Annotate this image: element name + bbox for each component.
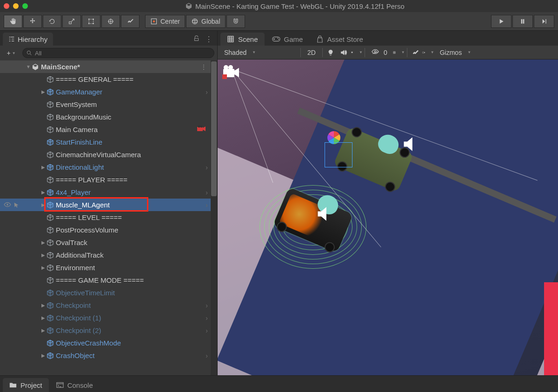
tab-asset-store[interactable]: Asset Store — [310, 33, 370, 46]
foldout-icon[interactable] — [40, 353, 46, 358]
step-button[interactable] — [534, 15, 554, 28]
tab-console[interactable]: Console — [50, 378, 100, 392]
gameobject-cube-icon — [46, 289, 54, 297]
hierarchy-item[interactable]: OvalTrack — [0, 236, 217, 249]
prefab-open-chevron-icon[interactable]: › — [206, 164, 208, 171]
hierarchy-item[interactable]: PostProcessVolume — [0, 224, 217, 236]
tab-game[interactable]: Game — [266, 33, 310, 46]
window-close-button[interactable] — [4, 3, 9, 9]
prefab-open-chevron-icon[interactable]: › — [206, 88, 208, 96]
tab-project[interactable]: Project — [3, 378, 49, 392]
pivot-mode-button[interactable]: Center — [145, 15, 185, 28]
audio-source-gizmo-icon — [315, 204, 329, 218]
panel-lock-icon[interactable] — [193, 35, 199, 43]
transform-tool-button[interactable] — [101, 15, 120, 28]
shading-mode-dropdown[interactable]: Shaded — [219, 47, 299, 58]
gameobject-cube-icon — [46, 76, 54, 83]
window-minimize-button[interactable] — [13, 3, 19, 9]
foldout-icon[interactable] — [40, 202, 46, 207]
scene-lighting-toggle[interactable] — [325, 47, 337, 58]
hierarchy-item[interactable]: CinemachineVirtualCamera — [0, 148, 217, 161]
panel-menu-icon[interactable]: ⋮ — [205, 35, 213, 44]
prefab-open-chevron-icon[interactable]: › — [206, 327, 208, 334]
svg-point-4 — [93, 23, 94, 24]
prefab-open-chevron-icon[interactable]: › — [206, 201, 208, 209]
hierarchy-item[interactable]: Checkpoint› — [0, 299, 217, 312]
hierarchy-item[interactable]: ===== GAME MODE ===== — [0, 274, 217, 286]
prefab-open-chevron-icon[interactable]: › — [206, 314, 208, 322]
picking-icon[interactable] — [13, 202, 20, 208]
hierarchy-item[interactable]: ===== GENERAL ===== — [0, 73, 217, 86]
hierarchy-item[interactable]: Main Camera — [0, 123, 217, 136]
hierarchy-item[interactable]: Muscle_MLAgent› — [0, 199, 217, 211]
prefab-open-chevron-icon[interactable]: › — [206, 189, 208, 196]
foldout-icon[interactable] — [40, 303, 46, 308]
hierarchy-item[interactable]: CrashObject› — [0, 349, 217, 362]
hierarchy-item[interactable]: Checkpoint (2)› — [0, 324, 217, 337]
custom-tool-button[interactable] — [121, 15, 140, 28]
foldout-icon[interactable] — [40, 165, 46, 170]
rect-tool-button[interactable] — [82, 15, 100, 28]
hierarchy-item[interactable]: ObjectiveCrashMode — [0, 337, 217, 349]
scene-visibility-toggle[interactable]: 0 — [367, 47, 392, 58]
hierarchy-scrollbar[interactable] — [211, 60, 217, 375]
hierarchy-item[interactable]: GameManager› — [0, 86, 217, 98]
foldout-icon[interactable] — [40, 252, 46, 258]
window-title-text: MainScene - Karting Game Test - WebGL - … — [195, 2, 405, 10]
hierarchy-search-input[interactable]: All — [22, 48, 214, 58]
hierarchy-item[interactable]: Environment — [0, 261, 217, 274]
hierarchy-item[interactable]: Checkpoint (1)› — [0, 312, 217, 324]
move-tool-button[interactable] — [23, 15, 42, 28]
foldout-icon[interactable] — [40, 315, 46, 320]
snap-button[interactable] — [226, 15, 245, 28]
2d-toggle-button[interactable]: 2D — [303, 47, 320, 58]
scene-root-row[interactable]: MainScene* ⋮ — [0, 60, 217, 73]
scene-context-menu-icon[interactable]: ⋮ — [200, 63, 208, 71]
hierarchy-item[interactable]: ===== LEVEL ===== — [0, 211, 217, 224]
foldout-icon[interactable] — [40, 240, 46, 245]
hierarchy-item[interactable]: 4x4_Player› — [0, 186, 217, 199]
row-visibility-icons[interactable] — [4, 202, 20, 208]
hierarchy-item[interactable]: ObjectiveTimeLimit — [0, 286, 217, 299]
window-maximize-button[interactable] — [22, 3, 28, 9]
scene-audio-toggle[interactable] — [338, 47, 350, 58]
foldout-icon[interactable] — [40, 328, 46, 333]
pause-button[interactable] — [512, 15, 533, 28]
rotate-tool-button[interactable] — [43, 15, 61, 28]
gizmos-dropdown[interactable]: Gizmos — [435, 47, 476, 58]
play-button[interactable] — [491, 15, 512, 28]
hierarchy-item[interactable]: EventSystem — [0, 98, 217, 111]
handle-rotation-button[interactable]: Global — [186, 15, 225, 28]
svg-point-12 — [198, 126, 200, 128]
hierarchy-tree[interactable]: MainScene* ⋮ ===== GENERAL =====GameMana… — [0, 60, 217, 375]
hierarchy-item[interactable]: DirectionalLight› — [0, 161, 217, 173]
foldout-icon[interactable] — [40, 265, 46, 270]
scene-fx-dropdown[interactable] — [351, 47, 363, 58]
svg-point-22 — [228, 65, 233, 70]
foldout-icon[interactable] — [40, 190, 46, 195]
scene-tools-button[interactable] — [409, 47, 421, 58]
scene-grid-dropdown[interactable] — [393, 47, 405, 58]
hierarchy-item[interactable]: ===== PLAYER ===== — [0, 173, 217, 186]
scale-tool-button[interactable] — [62, 15, 81, 28]
scrollbar-thumb[interactable] — [211, 61, 217, 196]
scene-viewport[interactable] — [218, 60, 558, 375]
hierarchy-item[interactable]: AdditionalTrack — [0, 249, 217, 261]
foldout-icon[interactable] — [40, 89, 46, 94]
color-aperture-gizmo-icon — [326, 129, 339, 143]
hierarchy-tab[interactable]: Hierarchy — [3, 33, 53, 46]
foldout-icon[interactable] — [25, 64, 32, 69]
tab-scene[interactable]: Scene — [220, 33, 265, 46]
scene-3d-content — [218, 60, 558, 375]
scene-camera-dropdown[interactable] — [422, 47, 434, 58]
gameobject-cube-icon — [46, 164, 54, 171]
prefab-open-chevron-icon[interactable]: › — [206, 302, 208, 309]
eye-icon[interactable] — [4, 202, 11, 207]
hierarchy-add-button[interactable]: +▼ — [3, 47, 20, 59]
hand-tool-button[interactable] — [4, 15, 22, 28]
hierarchy-item[interactable]: BackgroundMusic — [0, 111, 217, 123]
hierarchy-item[interactable]: StartFinishLine — [0, 136, 217, 148]
prefab-open-chevron-icon[interactable]: › — [206, 352, 208, 359]
gameobject-cube-icon — [46, 277, 54, 284]
hierarchy-item-label: Main Camera — [56, 126, 98, 133]
